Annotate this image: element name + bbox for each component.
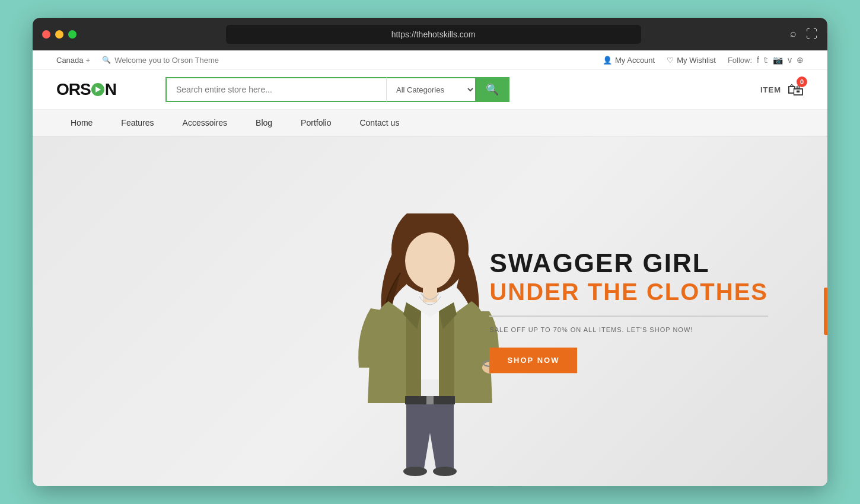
search-button-icon: 🔍 — [486, 83, 499, 96]
cart-label: ITEM — [760, 85, 781, 94]
maximize-button[interactable] — [68, 30, 77, 39]
scrollbar-hint[interactable] — [824, 288, 827, 335]
wishlist-label: My Wishlist — [677, 56, 716, 65]
url-text: https://thehotskills.com — [391, 30, 476, 39]
wishlist-icon: ♡ — [667, 56, 674, 65]
browser-window: https://thehotskills.com ⌕ ⛶ Canada + 🔍 … — [33, 18, 827, 486]
my-wishlist-link[interactable]: ♡ My Wishlist — [667, 56, 716, 65]
svg-point-1 — [405, 232, 455, 289]
nav-item-accessoires[interactable]: Accessoires — [168, 110, 241, 136]
browser-actions: ⌕ ⛶ — [790, 27, 818, 41]
page-content: Canada + 🔍 Welcome you to Orson Theme 👤 … — [33, 50, 827, 486]
svg-rect-5 — [426, 396, 434, 404]
instagram-icon[interactable]: 📷 — [773, 55, 783, 65]
top-bar: Canada + 🔍 Welcome you to Orson Theme 👤 … — [33, 50, 827, 70]
search-input[interactable] — [165, 77, 386, 102]
search-small-icon: 🔍 — [102, 56, 111, 64]
hero-text: SWAGGER GIRL UNDER THE CLOTHES SALE OFF … — [489, 249, 768, 373]
welcome-message: Welcome you to Orson Theme — [114, 56, 219, 65]
facebook-icon[interactable]: f — [757, 55, 759, 65]
hero-section: SWAGGER GIRL UNDER THE CLOTHES SALE OFF … — [33, 136, 827, 486]
my-account-link[interactable]: 👤 My Account — [603, 56, 655, 65]
top-bar-left: Canada + 🔍 Welcome you to Orson Theme — [56, 56, 219, 65]
vimeo-icon[interactable]: v — [788, 55, 792, 65]
twitter-icon[interactable]: 𝕥 — [764, 55, 768, 65]
logo-text-or: ORS — [56, 80, 91, 99]
welcome-text: 🔍 Welcome you to Orson Theme — [102, 56, 219, 65]
browser-chrome: https://thehotskills.com ⌕ ⛶ — [33, 18, 827, 50]
cart-section: ITEM 🛍 0 — [760, 80, 804, 100]
traffic-lights — [42, 30, 77, 39]
cart-button[interactable]: 🛍 0 — [787, 80, 804, 100]
search-button[interactable]: 🔍 — [475, 77, 509, 102]
cart-badge: 0 — [797, 76, 807, 87]
search-container: All Categories 🔍 — [165, 77, 509, 102]
nav-item-features[interactable]: Features — [107, 110, 168, 136]
nav-item-contact[interactable]: Contact us — [345, 110, 413, 136]
shop-now-button[interactable]: SHOP NOW — [489, 348, 577, 374]
account-label: My Account — [615, 56, 655, 65]
fullscreen-icon[interactable]: ⛶ — [806, 27, 818, 41]
svg-point-7 — [433, 467, 457, 476]
url-bar[interactable]: https://thehotskills.com — [226, 25, 641, 44]
account-icon: 👤 — [603, 56, 612, 65]
top-bar-right: 👤 My Account ♡ My Wishlist Follow: f 𝕥 📷… — [603, 55, 804, 65]
nav-bar: Home Features Accessoires Blog Portfolio… — [33, 110, 827, 136]
country-name: Canada — [56, 56, 84, 65]
logo-text-on: N — [105, 80, 116, 99]
hero-divider — [489, 316, 768, 317]
hero-title-sub: UNDER THE CLOTHES — [489, 278, 768, 307]
globe-icon[interactable]: ⊕ — [797, 55, 804, 65]
logo[interactable]: ORSN — [56, 80, 151, 99]
minimize-button[interactable] — [55, 30, 63, 39]
nav-item-blog[interactable]: Blog — [241, 110, 286, 136]
hero-title-main: SWAGGER GIRL — [489, 249, 768, 277]
country-expand-icon: + — [86, 56, 91, 65]
header: ORSN All Categories 🔍 ITEM 🛍 0 — [33, 70, 827, 110]
nav-item-home[interactable]: Home — [56, 110, 107, 136]
nav-item-portfolio[interactable]: Portfolio — [286, 110, 345, 136]
browser-search-icon[interactable]: ⌕ — [790, 27, 797, 41]
close-button[interactable] — [42, 30, 50, 39]
category-select[interactable]: All Categories — [386, 77, 475, 102]
follow-section: Follow: f 𝕥 📷 v ⊕ — [728, 55, 804, 65]
country-selector[interactable]: Canada + — [56, 56, 90, 65]
hero-description: SALE OFF UP TO 70% ON ALL ITEMS. LET'S S… — [489, 327, 768, 334]
logo-play-icon — [91, 83, 104, 96]
svg-point-6 — [403, 467, 427, 476]
follow-label: Follow: — [728, 56, 752, 65]
